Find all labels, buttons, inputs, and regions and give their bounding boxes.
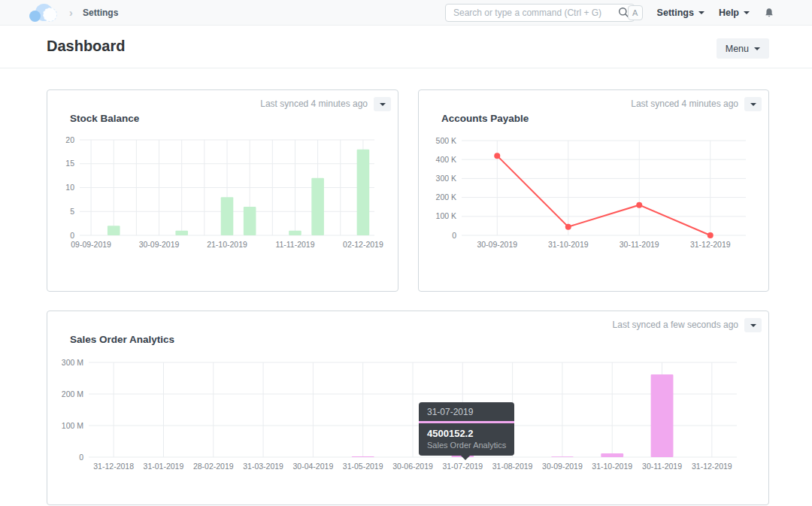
svg-text:31-03-2019: 31-03-2019 <box>243 462 283 471</box>
card-dropdown-button[interactable] <box>744 97 762 111</box>
chevron-right-icon: › <box>69 7 73 19</box>
svg-text:31-08-2019: 31-08-2019 <box>492 462 533 471</box>
chevron-down-icon <box>698 11 704 14</box>
svg-text:0: 0 <box>452 231 456 240</box>
tooltip-caret <box>461 456 470 460</box>
svg-text:15: 15 <box>65 159 74 168</box>
help-menu-label: Help <box>719 8 739 18</box>
svg-text:0: 0 <box>79 453 83 462</box>
svg-text:21-10-2019: 21-10-2019 <box>207 240 247 249</box>
svg-text:200 K: 200 K <box>436 192 456 201</box>
chevron-down-icon <box>744 11 750 14</box>
svg-text:300 K: 300 K <box>436 174 456 183</box>
tooltip-label: Sales Order Analytics <box>427 441 506 450</box>
svg-text:31-07-2019: 31-07-2019 <box>442 462 483 471</box>
svg-text:400 K: 400 K <box>436 155 456 164</box>
card-accounts-payable: Last synced 4 minutes ago Accounts Payab… <box>418 89 769 292</box>
svg-text:28-02-2019: 28-02-2019 <box>193 462 234 471</box>
help-menu[interactable]: Help <box>719 8 750 18</box>
search-input[interactable] <box>445 4 635 22</box>
tooltip-value: 4500152.2 <box>427 428 506 439</box>
sales-order-analytics-chart[interactable]: 0100 M200 M300 M31-12-201831-01-201928-0… <box>59 353 758 477</box>
card-stock-balance: Last synced 4 minutes ago Stock Balance … <box>47 89 398 292</box>
accounts-payable-chart[interactable]: 0100 K200 K300 K400 K500 K30-09-201931-1… <box>430 132 761 256</box>
svg-text:5: 5 <box>70 207 74 216</box>
chart-title: Sales Order Analytics <box>70 334 174 345</box>
svg-text:31-01-2019: 31-01-2019 <box>144 462 184 471</box>
svg-text:30-09-2019: 30-09-2019 <box>542 462 583 471</box>
svg-text:31-10-2019: 31-10-2019 <box>592 462 632 471</box>
svg-text:30-04-2019: 30-04-2019 <box>293 462 334 471</box>
svg-text:10: 10 <box>65 183 74 192</box>
page-title: Dashboard <box>47 38 125 55</box>
svg-text:31-10-2019: 31-10-2019 <box>548 240 589 249</box>
sync-status: Last synced a few seconds ago <box>613 320 738 330</box>
chart-title: Stock Balance <box>70 113 139 124</box>
tooltip-date: 31-07-2019 <box>419 402 514 423</box>
settings-menu-label: Settings <box>657 8 694 18</box>
svg-text:500 K: 500 K <box>436 136 456 145</box>
top-navbar: › Settings A Settings Help <box>0 0 812 26</box>
page-head: Dashboard Menu <box>0 26 812 68</box>
global-search <box>445 4 635 22</box>
menu-button-label: Menu <box>726 44 749 54</box>
svg-text:30-09-2019: 30-09-2019 <box>139 240 180 249</box>
user-avatar[interactable]: A <box>628 5 643 20</box>
svg-text:31-05-2019: 31-05-2019 <box>343 462 383 471</box>
card-sales-order-analytics: Last synced a few seconds ago Sales Orde… <box>47 311 769 505</box>
app-logo[interactable] <box>29 2 60 23</box>
svg-text:31-12-2018: 31-12-2018 <box>93 462 134 471</box>
svg-text:31-12-2019: 31-12-2019 <box>690 240 731 249</box>
stock-balance-chart[interactable]: 0510152009-09-201930-09-201921-10-201911… <box>59 132 389 256</box>
svg-text:30-06-2019: 30-06-2019 <box>392 462 433 471</box>
svg-text:02-12-2019: 02-12-2019 <box>343 240 383 249</box>
svg-text:0: 0 <box>70 231 74 240</box>
svg-text:30-11-2019: 30-11-2019 <box>620 240 659 249</box>
svg-text:100 M: 100 M <box>62 421 83 430</box>
navbar-right: A Settings Help <box>628 0 774 26</box>
settings-menu[interactable]: Settings <box>657 8 704 18</box>
bell-icon[interactable] <box>764 8 774 19</box>
svg-text:300 M: 300 M <box>62 358 83 367</box>
chart-title: Accounts Payable <box>441 113 529 124</box>
breadcrumb[interactable]: Settings <box>83 8 118 18</box>
chevron-down-icon <box>750 324 756 327</box>
chevron-down-icon <box>750 103 756 106</box>
svg-text:200 M: 200 M <box>62 389 83 398</box>
card-dropdown-button[interactable] <box>374 97 391 111</box>
svg-text:100 K: 100 K <box>436 211 456 220</box>
chart-tooltip: 31-07-2019 4500152.2 Sales Order Analyti… <box>419 402 514 456</box>
card-dropdown-button[interactable] <box>744 318 762 332</box>
sync-status: Last synced 4 minutes ago <box>631 98 738 109</box>
svg-text:09-09-2019: 09-09-2019 <box>71 240 111 249</box>
menu-button[interactable]: Menu <box>717 38 769 59</box>
svg-text:11-11-2019: 11-11-2019 <box>275 240 314 249</box>
chevron-down-icon <box>754 47 760 50</box>
chevron-down-icon <box>380 103 386 106</box>
svg-text:20: 20 <box>65 135 74 144</box>
svg-text:31-12-2019: 31-12-2019 <box>692 462 732 471</box>
svg-text:30-09-2019: 30-09-2019 <box>477 240 517 249</box>
sync-status: Last synced 4 minutes ago <box>260 98 368 109</box>
svg-text:30-11-2019: 30-11-2019 <box>642 462 682 471</box>
